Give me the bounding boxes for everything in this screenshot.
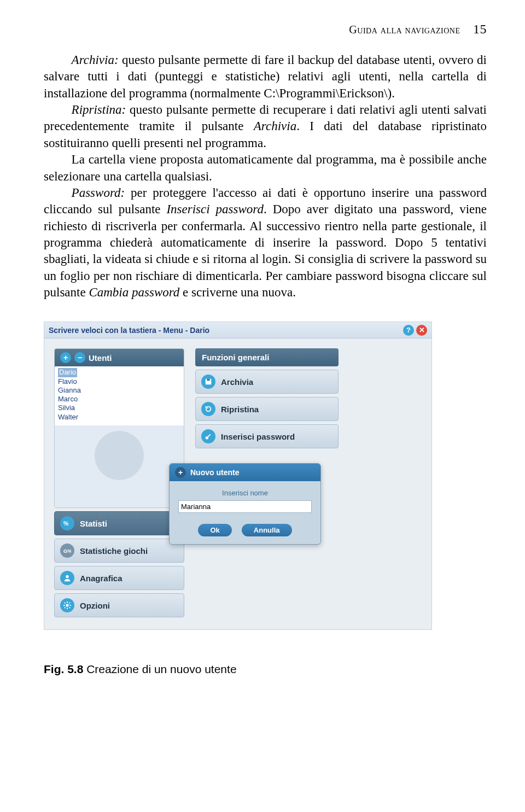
section-funzioni-generali: Funzioni generali xyxy=(195,348,339,366)
svg-text:%: % xyxy=(63,520,69,527)
titlebar: Scrivere veloci con la tastiera - Menu -… xyxy=(44,322,431,338)
figure-caption: Fig. 5.8 Creazione di un nuovo utente xyxy=(44,663,487,676)
svg-point-2 xyxy=(66,575,68,578)
sidebar-item-anagrafica[interactable]: Anagrafica xyxy=(54,566,184,590)
term-archivia: Archivia: xyxy=(72,53,119,67)
users-panel: + − Utenti Dario Flavio Gianna Marco Sil… xyxy=(54,348,184,508)
users-panel-header: + − Utenti xyxy=(55,349,184,366)
dialog-icon: + xyxy=(175,467,186,478)
add-user-icon[interactable]: + xyxy=(60,352,71,363)
para-archivia: Archivia: questo pulsante permette di fa… xyxy=(44,52,487,102)
page-number: 15 xyxy=(463,22,487,36)
list-item[interactable]: Marco xyxy=(58,395,180,404)
save-icon xyxy=(201,375,215,389)
help-icon[interactable]: ? xyxy=(403,325,414,336)
new-user-dialog: + Nuovo utente Inserisci nome Ok Annulla xyxy=(169,463,321,545)
term-password: Password: xyxy=(72,186,125,200)
dialog-label: Inserisci nome xyxy=(178,489,312,497)
restore-icon xyxy=(201,402,215,416)
list-item[interactable]: Walter xyxy=(58,413,180,422)
dialog-title: Nuovo utente xyxy=(190,468,239,477)
sidebar-item-opzioni[interactable]: Opzioni xyxy=(54,593,184,617)
fn-archivia[interactable]: Archivia xyxy=(195,370,339,394)
user-list[interactable]: Dario Flavio Gianna Marco Silvia Walter xyxy=(55,366,184,425)
remove-user-icon[interactable]: − xyxy=(74,352,85,363)
sidebar-item-statistiche[interactable]: % Statisti xyxy=(54,511,184,535)
sidebar-item-label: Statisti xyxy=(80,519,107,528)
sidebar-item-stat-giochi[interactable]: G% Statistiche giochi xyxy=(54,539,184,563)
figure-number: Fig. 5.8 xyxy=(44,663,83,675)
body-text: Archivia: questo pulsante permette di fa… xyxy=(44,52,487,301)
ok-button[interactable]: Ok xyxy=(198,524,231,536)
users-panel-title: Utenti xyxy=(89,353,112,363)
cancel-button[interactable]: Annulla xyxy=(242,524,292,536)
svg-text:G%: G% xyxy=(63,548,71,554)
fn-label: Ripristina xyxy=(221,405,259,414)
app-screenshot: Scrivere veloci con la tastiera - Menu -… xyxy=(44,322,487,630)
svg-rect-7 xyxy=(207,434,211,437)
window-title: Scrivere veloci con la tastiera - Menu -… xyxy=(49,326,403,335)
term-ripristina: Ripristina: xyxy=(72,103,126,116)
dialog-titlebar: + Nuovo utente xyxy=(170,464,320,481)
para-cartella: La cartella viene proposta automaticamen… xyxy=(44,151,487,185)
sidebar-item-label: Statistiche giochi xyxy=(80,546,148,556)
list-item[interactable]: Dario xyxy=(58,368,77,377)
para-password: Password: per proteggere l'accesso ai da… xyxy=(44,185,487,301)
list-item[interactable]: Gianna xyxy=(58,386,180,395)
app-window: Scrivere veloci con la tastiera - Menu -… xyxy=(44,322,432,630)
sidebar-item-label: Opzioni xyxy=(80,601,110,610)
svg-rect-5 xyxy=(207,379,209,381)
svg-point-3 xyxy=(66,604,68,607)
page-header: Guida alla navigazione 15 xyxy=(44,22,487,37)
close-icon[interactable]: ✕ xyxy=(416,325,427,336)
list-item[interactable]: Silvia xyxy=(58,404,180,412)
list-item[interactable]: Flavio xyxy=(58,377,180,386)
profile-icon xyxy=(60,571,74,585)
key-icon xyxy=(201,429,215,443)
fn-label: Inserisci password xyxy=(221,432,295,441)
gear-icon xyxy=(60,598,74,612)
para-ripristina: Ripristina: questo pulsante permette di … xyxy=(44,102,487,151)
left-column: + − Utenti Dario Flavio Gianna Marco Sil… xyxy=(54,348,184,617)
game-stats-icon: G% xyxy=(60,544,74,558)
avatar-placeholder xyxy=(55,425,184,507)
fn-label: Archivia xyxy=(221,377,253,387)
name-input[interactable] xyxy=(178,500,312,513)
sidebar-item-label: Anagrafica xyxy=(80,574,122,583)
fn-ripristina[interactable]: Ripristina xyxy=(195,397,339,421)
fn-inserisci-password[interactable]: Inserisci password xyxy=(195,424,339,448)
percent-icon: % xyxy=(60,516,74,530)
section-title: Guida alla navigazione xyxy=(349,24,460,36)
